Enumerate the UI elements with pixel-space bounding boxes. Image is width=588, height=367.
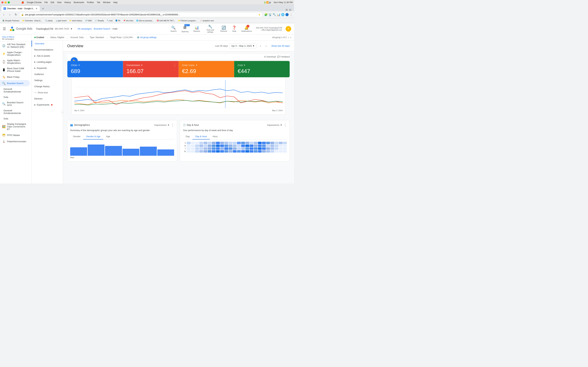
refresh-action[interactable]: 🔄 Refresh: [218, 24, 229, 33]
nav-item-overview[interactable]: Overview: [32, 41, 63, 47]
menu-google-chrome[interactable]: Google Chrome: [27, 1, 42, 4]
sidebar-item-ab-test[interactable]: ⚖️ A/B Test Standard vs. Network (DE): [0, 42, 30, 50]
breadcrumb-branded-search[interactable]: Branded Search: [94, 27, 110, 30]
account-dropdown-icon[interactable]: ▼: [70, 27, 73, 30]
menu-edit[interactable]: Edit: [51, 1, 54, 4]
day-hour-menu-button[interactable]: ⋮: [284, 123, 287, 127]
back-button[interactable]: ‹: [1, 12, 6, 17]
hamburger-menu[interactable]: ☰: [3, 27, 6, 31]
bookmark-shopify2[interactable]: 🛒Shopify: [94, 19, 105, 22]
bookmark-shopify[interactable]: 🛍️Shopify Partners: [1, 19, 20, 22]
extension-icon-1[interactable]: 🧩: [264, 13, 268, 16]
date-prev-button[interactable]: ‹: [258, 43, 263, 48]
sidebar-item-generell-1[interactable]: Generell Schallzahnbürste: [0, 86, 30, 94]
menu-view[interactable]: View: [57, 1, 62, 4]
user-avatar[interactable]: T: [285, 26, 291, 32]
extension-icon-2[interactable]: 📡: [268, 13, 272, 16]
help-action[interactable]: ❓ Help: [230, 24, 239, 33]
maximize-button[interactable]: [8, 1, 10, 3]
date-next-button[interactable]: ›: [264, 43, 268, 48]
demographics-metric-select[interactable]: Impressions ▼: [154, 124, 170, 126]
sidebar-item-ffp2[interactable]: 😷 FFP2 Maske: [0, 132, 30, 138]
clicks-dropdown-icon[interactable]: ▼: [78, 64, 80, 67]
window-controls[interactable]: [1, 1, 10, 3]
tools-action[interactable]: 🔧 Tools and settings: [203, 23, 217, 35]
menu-bookmarks[interactable]: Bookmarks: [74, 1, 84, 4]
extension-icon-5[interactable]: 🌐: [281, 13, 285, 16]
cost-conv-dropdown-icon[interactable]: ▼: [196, 64, 198, 67]
nav-item-experiments[interactable]: ▶ Experiments: [32, 102, 63, 108]
sidebar-item-black-deal[interactable]: 📱 Black Deal 5,89€ iPhone Kabel: [0, 66, 30, 74]
demographics-menu-button[interactable]: ⋮: [171, 123, 174, 127]
extension-icon-3[interactable]: 🔧: [273, 13, 276, 16]
tab-day-hour[interactable]: Day & Hour: [192, 134, 210, 140]
nav-item-change-history[interactable]: Change history: [32, 83, 63, 90]
menu-file[interactable]: File: [44, 1, 48, 4]
extension-icon-4[interactable]: 📊: [277, 13, 280, 16]
minimize-browser[interactable]: ⊟: [285, 8, 288, 11]
nav-item-ads-assets[interactable]: ▶ Ads & assets: [32, 53, 63, 59]
browser-menu[interactable]: ⋮: [289, 13, 293, 17]
nav-item-show-less[interactable]: — Show less: [32, 90, 63, 96]
nav-item-audience[interactable]: Audience: [32, 71, 63, 77]
feedback-button[interactable]: 💬 Feedback: [277, 56, 290, 58]
tab-age[interactable]: Age: [103, 134, 113, 140]
menu-history[interactable]: History: [64, 1, 71, 4]
ad-group-settings-link[interactable]: ⚙️ Ad group settings: [137, 36, 156, 39]
nav-collapse-button[interactable]: ‹: [61, 110, 63, 114]
reload-button[interactable]: ↻: [13, 12, 18, 17]
bookmark-tool[interactable]: 🔧tool: [106, 19, 113, 22]
download-button[interactable]: ⬇ Download: [264, 56, 276, 58]
spacing-action[interactable]: ▦ BETA Spacing: [179, 24, 190, 34]
bookmark-ga4[interactable]: 📊ga4 event: [54, 19, 68, 22]
nav-item-devices[interactable]: Devices: [32, 96, 63, 102]
expand-browser[interactable]: ⊡: [289, 8, 291, 11]
nav-item-landing-pages[interactable]: ▶ Landing pages: [32, 59, 63, 65]
bookmark-partners[interactable]: ⭐Partners program...: [177, 19, 198, 22]
nav-item-settings[interactable]: Settings: [32, 77, 63, 83]
sidebar-item-display-kampagne[interactable]: 🖼️ Display Kampagne Clips Conversions BT: [0, 121, 30, 132]
nav-item-keywords[interactable]: ▶ Keywords: [32, 65, 63, 71]
conversions-dropdown-icon[interactable]: ▼: [141, 64, 143, 67]
menu-apple[interactable]: 🍎: [21, 1, 24, 4]
bookmark-fb[interactable]: 📘FB: [114, 19, 121, 22]
prev-ad-group[interactable]: ‹: [288, 36, 289, 39]
tab-hour[interactable]: Hour: [210, 134, 220, 140]
breadcrumb-all-campaigns[interactable]: All campaigns: [78, 27, 92, 30]
menu-tab[interactable]: Tab: [97, 1, 100, 4]
forward-button[interactable]: ›: [7, 12, 12, 17]
tab-gender-age[interactable]: Gender & Age: [83, 134, 103, 140]
bookmark-ga4meta[interactable]: 🎯GA4-META-TIKT...: [156, 19, 176, 22]
sidebar-item-black-friday[interactable]: 🏷️ Black Friday: [0, 74, 30, 80]
sidebar-item-fieber[interactable]: 🌡️ Fieberthermometer: [0, 138, 30, 144]
sidebar-item-suta-1[interactable]: Suta: [0, 94, 30, 100]
nav-item-recommendations[interactable]: Recommendations: [32, 47, 63, 53]
bookmark-info[interactable]: 📌info links: [122, 19, 134, 22]
menu-profiles[interactable]: Profiles: [87, 1, 94, 4]
tab-close-button[interactable]: ✕: [35, 7, 38, 10]
next-ad-group[interactable]: ›: [290, 36, 291, 39]
sidebar-item-apple-charger[interactable]: ⚡ Apple Charger - Shopbrothers: [0, 50, 30, 58]
filters-label[interactable]: View (2 filters): [2, 36, 29, 38]
tab-gender[interactable]: Gender: [70, 134, 83, 140]
sidebar-item-branded-search-ach[interactable]: 🔍 Branded Search ACH: [0, 100, 30, 108]
bookmark-b2b[interactable]: 🌐b2b-eu.tamarac...: [135, 19, 155, 22]
reports-action[interactable]: 📊 Reports: [191, 24, 202, 33]
active-tab[interactable]: G Overview - mate - Google A... ✕: [1, 6, 40, 11]
bookmark-analytics[interactable]: 📈analytics tool: [199, 19, 215, 22]
sidebar-item-suta-2[interactable]: Suta: [0, 116, 30, 121]
address-bar[interactable]: 🔒 ads.google.com/aw/overview?campaignId=…: [19, 12, 262, 17]
cost-dropdown-icon[interactable]: ▼: [243, 64, 245, 67]
conversions-more-button[interactable]: ⋮: [173, 63, 176, 67]
bookmark-gmc[interactable]: 🔗GMC: [84, 19, 93, 22]
sidebar-item-apple-watch[interactable]: ⌚ Apple Watch - Shopbrothers: [0, 58, 30, 66]
sidebar-item-branded-search[interactable]: 🔍 Branded Search: [0, 80, 30, 86]
bookmark-overview[interactable]: ⭐Overview - Anas E...: [21, 19, 43, 22]
sidebar-item-generell-2[interactable]: Generell Schallzahnbürste: [0, 108, 30, 116]
search-action[interactable]: 🔍 Search: [168, 24, 179, 33]
minimize-button[interactable]: [5, 1, 7, 3]
day-hour-metric-select[interactable]: Impressions ▼: [267, 124, 282, 126]
show-30-days-link[interactable]: Show last 30 days: [271, 45, 290, 47]
tab-day[interactable]: Day: [183, 134, 192, 140]
bookmark-star[interactable]: ★: [258, 13, 260, 16]
